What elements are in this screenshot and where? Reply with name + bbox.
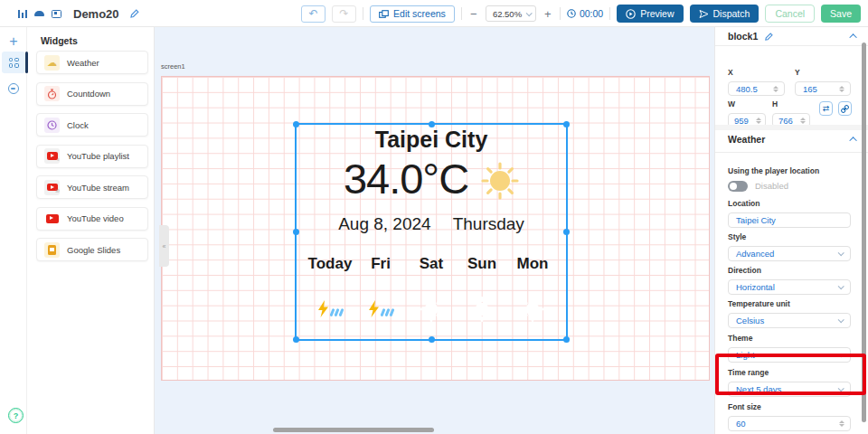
stepper-icon[interactable]	[800, 118, 806, 124]
horizontal-scrollbar[interactable]	[273, 428, 434, 432]
resize-handle[interactable]	[293, 336, 299, 343]
stepper-icon[interactable]	[773, 86, 778, 92]
temperature-unit-select[interactable]: Celsius	[728, 313, 851, 328]
widget-card-clock[interactable]: Clock	[36, 113, 148, 137]
widget-card-google-slides[interactable]: Google Slides	[36, 238, 148, 261]
left-icon-strip: +	[0, 27, 27, 434]
divider	[461, 7, 462, 20]
direction-value: Horizontal	[736, 282, 775, 292]
save-label: Save	[830, 8, 852, 19]
resize-handle[interactable]	[563, 336, 570, 343]
resize-handle[interactable]	[563, 121, 570, 127]
widget-card-label: YouTube playlist	[67, 151, 129, 161]
send-icon	[699, 9, 709, 19]
time-range-value: Next 5 days	[736, 384, 781, 394]
chevron-down-icon	[838, 351, 844, 357]
link-icon	[841, 105, 849, 113]
add-block-button[interactable]: +	[0, 33, 27, 51]
font-size-input[interactable]: 60	[728, 416, 851, 431]
stepper-icon[interactable]	[839, 86, 844, 92]
temperature-unit-value: Celsius	[736, 316, 764, 326]
youtube-playlist-icon: ≡	[44, 148, 60, 164]
theme-label: Theme	[728, 334, 752, 343]
vertical-scrollbar[interactable]	[862, 42, 866, 422]
stepper-icon[interactable]	[839, 420, 844, 427]
direction-select[interactable]: Horizontal	[728, 279, 851, 295]
w-label: W	[728, 99, 735, 108]
h-label: H	[772, 99, 778, 108]
style-select[interactable]: Advanced	[728, 246, 851, 261]
preview-label: Preview	[640, 8, 674, 19]
widget-card-label: YouTube stream	[67, 183, 129, 193]
widgets-panel: Widgets ☁ Weather Countdown Clock ≡ YouT	[28, 27, 155, 434]
widget-card-label: YouTube video	[67, 213, 124, 223]
chevron-down-icon	[838, 316, 844, 323]
google-slides-icon	[44, 242, 60, 258]
stopwatch-icon	[44, 86, 60, 101]
swap-dimensions-button[interactable]: ⇄	[819, 101, 833, 116]
x-label: X	[728, 68, 733, 77]
dispatch-button[interactable]: Dispatch	[690, 5, 760, 23]
widget-card-label: Countdown	[67, 89, 110, 99]
resize-handle[interactable]	[563, 229, 570, 235]
widget-card-weather[interactable]: ☁ Weather	[36, 51, 148, 74]
time-range-select[interactable]: Next 5 days	[728, 382, 851, 397]
divider	[560, 7, 561, 20]
resize-handle[interactable]	[429, 336, 435, 343]
logo-cloud-icon	[34, 11, 44, 16]
editor-canvas[interactable]: screen1 « Taipei City 34.0°C Aug 8, 2024…	[155, 27, 714, 434]
edit-screens-label: Edit screens	[393, 8, 446, 19]
duration-indicator[interactable]: 00:00	[567, 8, 603, 19]
theme-select[interactable]: Light	[728, 347, 851, 363]
style-value: Advanced	[736, 249, 774, 259]
edit-pencil-icon[interactable]	[129, 8, 140, 19]
integrations-icon[interactable]	[8, 83, 19, 94]
font-size-value: 60	[736, 419, 746, 429]
screens-icon	[379, 10, 389, 18]
edit-screens-button[interactable]: Edit screens	[370, 5, 455, 23]
stepper-icon[interactable]	[756, 118, 761, 124]
chevron-down-icon	[838, 385, 844, 392]
resize-handle[interactable]	[293, 229, 299, 235]
y-value: 165	[803, 84, 817, 94]
x-value: 480.5	[736, 84, 758, 94]
clock-icon	[567, 9, 576, 18]
youtube-video-icon	[44, 211, 60, 226]
chevron-up-icon[interactable]	[849, 137, 856, 144]
widgets-tab[interactable]	[2, 52, 25, 73]
resize-handle[interactable]	[293, 121, 299, 127]
cancel-label: Cancel	[775, 8, 805, 19]
topbar: Demo20 ↶ ↷ Edit screens − 62.50% + 00:00	[0, 0, 868, 27]
zoom-in-button[interactable]: +	[542, 7, 553, 21]
widget-card-youtube-playlist[interactable]: ≡ YouTube playlist	[36, 145, 148, 168]
widget-card-youtube-video[interactable]: YouTube video	[36, 207, 148, 231]
edit-pencil-icon[interactable]	[764, 32, 774, 42]
undo-button[interactable]: ↶	[301, 5, 326, 23]
player-location-toggle[interactable]	[728, 181, 748, 192]
widget-card-countdown[interactable]: Countdown	[36, 82, 148, 106]
location-value: Taipei City	[736, 215, 776, 225]
lock-ratio-button[interactable]	[838, 101, 852, 116]
help-button[interactable]: ?	[8, 408, 24, 423]
redo-button[interactable]: ↷	[332, 5, 356, 23]
widget-card-youtube-stream[interactable]: ))) YouTube stream	[36, 175, 148, 199]
divider	[363, 7, 363, 20]
theme-value: Light	[736, 350, 755, 360]
zoom-out-button[interactable]: −	[468, 7, 479, 21]
cancel-button[interactable]: Cancel	[765, 5, 815, 23]
chevron-up-icon[interactable]	[849, 33, 856, 41]
save-button[interactable]: Save	[821, 5, 861, 23]
player-location-state: Disabled	[755, 181, 788, 191]
cloud-icon: ☁	[44, 55, 60, 71]
widget-card-label: Google Slides	[67, 245, 120, 255]
zoom-level-select[interactable]: 62.50%	[486, 5, 536, 22]
y-label: Y	[795, 68, 800, 77]
weather-section-title: Weather	[728, 134, 765, 145]
collapse-panel-handle[interactable]: «	[159, 225, 169, 267]
w-value: 959	[734, 116, 749, 126]
chevron-down-icon	[838, 283, 844, 289]
location-input[interactable]: Taipei City	[728, 212, 851, 228]
preview-button[interactable]: Preview	[617, 5, 683, 23]
widget-selection-box[interactable]	[295, 123, 568, 341]
resize-handle[interactable]	[429, 121, 435, 127]
